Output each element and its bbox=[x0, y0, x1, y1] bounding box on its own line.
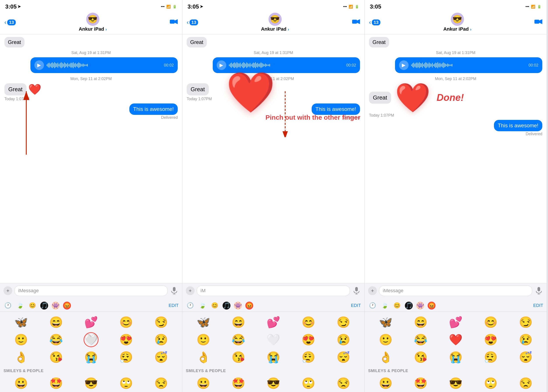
emoji-butterfly-1[interactable]: 🦋 bbox=[3, 314, 38, 331]
emoji-sob-3[interactable]: 😭 bbox=[438, 349, 473, 366]
emoji-extra-1e[interactable]: 😒 bbox=[143, 375, 178, 392]
emoji-exhale-2[interactable]: 😮‍💨 bbox=[291, 349, 326, 366]
message-input-1[interactable]: iMessage bbox=[14, 286, 168, 296]
audio-bubble-1[interactable]: ▶ 00:02 bbox=[30, 57, 178, 73]
emoji-sleep-2[interactable]: 😴 bbox=[326, 349, 361, 366]
emoji-grin-2[interactable]: 😄 bbox=[221, 314, 256, 331]
emoji-extra-2e[interactable]: 😒 bbox=[326, 375, 361, 392]
emoji-hearts-2[interactable]: 💕 bbox=[256, 314, 291, 331]
edit-button-1[interactable]: EDIT bbox=[169, 303, 178, 308]
audio-bubble-3[interactable]: ▶ 00:02 bbox=[395, 57, 542, 73]
contact-header-2[interactable]: 😎 Ankur iPad › bbox=[261, 13, 289, 32]
nature-tab-2[interactable]: 🍃 bbox=[198, 301, 207, 310]
recent-tab-2[interactable]: 🕐 bbox=[186, 301, 195, 310]
emoji-extra-1c[interactable]: 😎 bbox=[73, 375, 108, 392]
emoji-kiss-3[interactable]: 😘 bbox=[403, 349, 438, 366]
emoji-smile2-1[interactable]: 🙂 bbox=[3, 331, 38, 349]
emoji-wink-1[interactable]: 😏 bbox=[143, 314, 178, 331]
emoji-sad-3[interactable]: 😢 bbox=[508, 331, 543, 349]
recent-tab-1[interactable]: 🕐 bbox=[3, 301, 12, 310]
emoji-butterfly-3[interactable]: 🦋 bbox=[368, 314, 403, 331]
emoji-smile2-2[interactable]: 🙂 bbox=[186, 331, 221, 349]
video-call-button-1[interactable] bbox=[170, 19, 178, 26]
back-button-3[interactable]: ‹ 13 bbox=[369, 19, 380, 26]
emoji-smile-1[interactable]: 😊 bbox=[108, 314, 143, 331]
emoji-wink-3[interactable]: 😏 bbox=[508, 314, 543, 331]
emoji-sleep-3[interactable]: 😴 bbox=[508, 349, 543, 366]
emoji-heart-eyes-1[interactable]: 😍 bbox=[108, 331, 143, 349]
emoji-wink-2[interactable]: 😏 bbox=[326, 314, 361, 331]
emoji-extra-3d[interactable]: 🙄 bbox=[473, 375, 508, 392]
emoji-hearts-3[interactable]: 💕 bbox=[438, 314, 473, 331]
emoji-ok-1[interactable]: 👌 bbox=[3, 349, 38, 366]
custom-tab-2-c[interactable]: 😡 bbox=[245, 302, 253, 309]
play-button-2[interactable]: ▶ bbox=[217, 60, 226, 70]
emoji-grin-3[interactable]: 😄 bbox=[403, 314, 438, 331]
emoji-extra-3c[interactable]: 😎 bbox=[438, 375, 473, 392]
edit-button-3[interactable]: EDIT bbox=[533, 303, 543, 308]
custom-tab-2-b[interactable]: 👾 bbox=[234, 302, 242, 309]
emoji-extra-3b[interactable]: 🤩 bbox=[403, 375, 438, 392]
custom-tab-1-b[interactable]: 👾 bbox=[52, 302, 59, 309]
message-input-2[interactable]: iM bbox=[197, 286, 350, 296]
emoji-cry-laugh-2[interactable]: 😂 bbox=[221, 331, 256, 349]
smileys-tab-1[interactable]: 😊 bbox=[28, 301, 37, 310]
mic-button-2[interactable] bbox=[352, 286, 361, 295]
back-badge-1[interactable]: 13 bbox=[7, 20, 15, 25]
emoji-ok-2[interactable]: 👌 bbox=[186, 349, 221, 366]
play-button-3[interactable]: ▶ bbox=[399, 60, 409, 70]
mic-button-1[interactable] bbox=[170, 286, 178, 295]
emoji-sad-1[interactable]: 😢 bbox=[143, 331, 178, 349]
custom-tab-1-c[interactable]: 😡 bbox=[63, 302, 71, 309]
smileys-tab-2[interactable]: 😊 bbox=[210, 301, 219, 310]
plus-button-2[interactable]: + bbox=[186, 286, 195, 295]
emoji-extra-1d[interactable]: 🙄 bbox=[108, 375, 143, 392]
emoji-cry-laugh-3[interactable]: 😂 bbox=[403, 331, 438, 349]
emoji-kiss-2[interactable]: 😘 bbox=[221, 349, 256, 366]
smileys-tab-3[interactable]: 😊 bbox=[393, 301, 401, 310]
emoji-sob-1[interactable]: 😭 bbox=[73, 349, 108, 366]
emoji-sad-2[interactable]: 😢 bbox=[326, 331, 361, 349]
video-call-button-3[interactable] bbox=[534, 19, 542, 26]
back-button-1[interactable]: ‹ 13 bbox=[4, 19, 16, 26]
emoji-extra-2d[interactable]: 🙄 bbox=[291, 375, 326, 392]
emoji-heart-eyes-2[interactable]: 😍 bbox=[291, 331, 326, 349]
emoji-exhale-1[interactable]: 😮‍💨 bbox=[108, 349, 143, 366]
emoji-extra-3a[interactable]: 😀 bbox=[368, 375, 403, 392]
emoji-cry-laugh-1[interactable]: 😂 bbox=[38, 331, 73, 349]
play-button-1[interactable]: ▶ bbox=[34, 60, 44, 70]
emoji-hearts-1[interactable]: 💕 bbox=[73, 314, 108, 331]
back-badge-3[interactable]: 13 bbox=[372, 20, 380, 25]
recent-tab-3[interactable]: 🕐 bbox=[368, 301, 377, 310]
mic-button-3[interactable] bbox=[534, 286, 543, 295]
custom-tab-1-a[interactable]: 🎵 bbox=[40, 302, 48, 309]
emoji-extra-1a[interactable]: 😀 bbox=[3, 375, 38, 392]
emoji-exhale-3[interactable]: 😮‍💨 bbox=[473, 349, 508, 366]
emoji-extra-3e[interactable]: 😒 bbox=[508, 375, 543, 392]
emoji-extra-1b[interactable]: 🤩 bbox=[38, 375, 73, 392]
emoji-heart-eyes-3[interactable]: 😍 bbox=[473, 331, 508, 349]
back-button-2[interactable]: ‹ 13 bbox=[187, 19, 198, 26]
emoji-smile-3[interactable]: 😊 bbox=[473, 314, 508, 331]
custom-tab-3-c[interactable]: 😡 bbox=[428, 302, 435, 309]
back-badge-2[interactable]: 13 bbox=[190, 20, 198, 25]
emoji-kiss-1[interactable]: 😘 bbox=[38, 349, 73, 366]
contact-header-3[interactable]: 😎 Ankur iPad › bbox=[443, 13, 471, 32]
emoji-grin-1[interactable]: 😄 bbox=[38, 314, 73, 331]
nature-tab-1[interactable]: 🍃 bbox=[16, 301, 24, 310]
emoji-sleep-1[interactable]: 😴 bbox=[143, 349, 178, 366]
edit-button-2[interactable]: EDIT bbox=[351, 303, 361, 308]
emoji-butterfly-2[interactable]: 🦋 bbox=[186, 314, 221, 331]
emoji-white-heart-2[interactable]: 🤍 bbox=[256, 331, 291, 349]
emoji-smile2-3[interactable]: 🙂 bbox=[368, 331, 403, 349]
message-input-3[interactable]: iMessage bbox=[379, 286, 532, 296]
plus-button-1[interactable]: + bbox=[3, 286, 12, 295]
emoji-ok-3[interactable]: 👌 bbox=[368, 349, 403, 366]
emoji-sob-2[interactable]: 😭 bbox=[256, 349, 291, 366]
emoji-red-heart-3[interactable]: ❤️ bbox=[438, 331, 473, 349]
contact-header-1[interactable]: 😎 Ankur iPad › bbox=[79, 13, 107, 32]
plus-button-3[interactable]: + bbox=[368, 286, 377, 295]
emoji-extra-2c[interactable]: 😎 bbox=[256, 375, 291, 392]
custom-tab-3-b[interactable]: 👾 bbox=[416, 302, 424, 309]
video-call-button-2[interactable] bbox=[352, 19, 360, 26]
